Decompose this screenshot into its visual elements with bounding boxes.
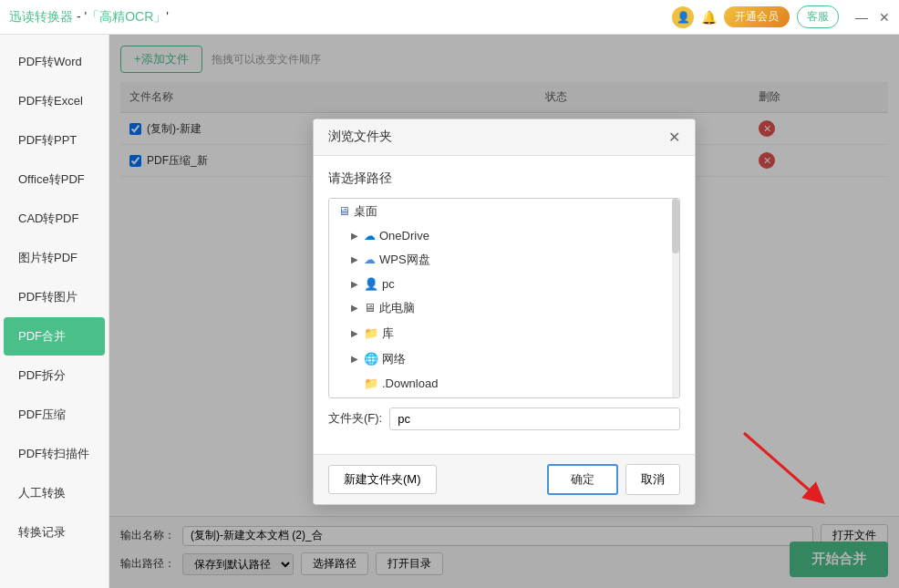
tree-label: 此电脑 bbox=[379, 300, 415, 316]
tree-label: OneDrive bbox=[379, 229, 429, 242]
tree-label: 库 bbox=[382, 325, 394, 342]
modal-title: 浏览文件夹 bbox=[328, 129, 392, 145]
modal-dialog: 浏览文件夹 ✕ 请选择路径 🖥 桌面 ▶ bbox=[313, 119, 696, 505]
sidebar-item-pdf-ppt[interactable]: PDF转PPT bbox=[4, 121, 105, 160]
library-icon: 📁 bbox=[364, 326, 378, 340]
tree-item-desktop[interactable]: 🖥 桌面 bbox=[329, 199, 679, 224]
tree-label: pc bbox=[382, 277, 395, 291]
sidebar-item-pdf-merge[interactable]: PDF合并 bbox=[4, 317, 105, 356]
cancel-button[interactable]: 取消 bbox=[625, 464, 680, 495]
tree-item-network[interactable]: ▶ 🌐 网络 bbox=[329, 346, 679, 372]
scrollbar-track bbox=[672, 199, 679, 397]
minimize-button[interactable]: — bbox=[855, 10, 868, 25]
tree-item-pc[interactable]: ▶ 👤 pc bbox=[329, 273, 679, 295]
red-arrow-indicator bbox=[735, 424, 844, 515]
wps-icon: ☁ bbox=[364, 253, 376, 266]
title-bar: 迅读转换器 - '「高精OCR」' 👤 🔔 开通会员 客服 — ✕ bbox=[0, 0, 899, 35]
arrow-icon: ▶ bbox=[351, 254, 358, 264]
tree-item-library[interactable]: ▶ 📁 库 bbox=[329, 321, 679, 346]
sidebar-item-office-pdf[interactable]: Office转PDF bbox=[4, 160, 105, 199]
tree-label: 网络 bbox=[382, 351, 406, 367]
vip-button[interactable]: 开通会员 bbox=[724, 6, 790, 27]
tree-label: .Download bbox=[382, 377, 438, 390]
folder-input-row: 文件夹(F): bbox=[328, 407, 680, 430]
tree-label: 桌面 bbox=[354, 203, 377, 220]
app-title: 迅读转换器 - '「高精OCR」' bbox=[9, 9, 672, 26]
sidebar: PDF转Word PDF转Excel PDF转PPT Office转PDF CA… bbox=[0, 35, 109, 588]
tree-item-onedrive[interactable]: ▶ ☁ OneDrive bbox=[329, 224, 679, 247]
tree-item-download[interactable]: 📁 .Download bbox=[329, 372, 679, 395]
modal-body: 请选择路径 🖥 桌面 ▶ ☁ OneDrive bbox=[314, 156, 695, 454]
ok-button[interactable]: 确定 bbox=[547, 464, 618, 495]
tree-item-computer[interactable]: ▶ 🖥 此电脑 bbox=[329, 295, 679, 321]
tree-item-wps[interactable]: ▶ ☁ WPS网盘 bbox=[329, 247, 679, 273]
computer-icon: 🖥 bbox=[364, 301, 376, 315]
new-folder-button[interactable]: 新建文件夹(M) bbox=[328, 465, 437, 494]
sidebar-item-cad-pdf[interactable]: CAD转PDF bbox=[4, 200, 105, 238]
onedrive-icon: ☁ bbox=[364, 229, 376, 242]
modal-footer: 新建文件夹(M) 确定 取消 bbox=[314, 454, 695, 504]
sidebar-item-manual[interactable]: 人工转换 bbox=[4, 474, 105, 512]
modal-overlay: 浏览文件夹 ✕ 请选择路径 🖥 桌面 ▶ bbox=[109, 35, 899, 588]
modal-title-bar: 浏览文件夹 ✕ bbox=[314, 119, 695, 156]
close-button[interactable]: ✕ bbox=[879, 10, 890, 25]
main-layout: PDF转Word PDF转Excel PDF转PPT Office转PDF CA… bbox=[0, 35, 899, 588]
network-icon: 🌐 bbox=[364, 352, 378, 366]
svg-line-1 bbox=[744, 433, 817, 497]
service-button[interactable]: 客服 bbox=[797, 5, 839, 28]
content-area: +添加文件 拖拽可以改变文件顺序 文件名称 状态 删除 (复制)-新建 bbox=[109, 35, 899, 588]
pc-icon: 👤 bbox=[364, 277, 378, 291]
arrow-icon: ▶ bbox=[351, 279, 358, 289]
sidebar-item-pdf-image[interactable]: PDF转图片 bbox=[4, 278, 105, 316]
tree-item-360zip[interactable]: ▶ 📁 360zip bbox=[329, 395, 679, 398]
modal-close-button[interactable]: ✕ bbox=[668, 129, 680, 146]
scrollbar-thumb[interactable] bbox=[672, 199, 679, 253]
sidebar-item-pdf-excel[interactable]: PDF转Excel bbox=[4, 82, 105, 120]
folder-tree[interactable]: 🖥 桌面 ▶ ☁ OneDrive ▶ ☁ W bbox=[328, 198, 680, 398]
arrow-icon: ▶ bbox=[351, 354, 358, 364]
sidebar-item-pdf-split[interactable]: PDF拆分 bbox=[4, 356, 105, 395]
modal-subtitle: 请选择路径 bbox=[328, 170, 680, 187]
arrow-icon: ▶ bbox=[351, 231, 358, 241]
bell-icon[interactable]: 🔔 bbox=[701, 10, 717, 25]
download-folder-icon: 📁 bbox=[364, 377, 378, 390]
sidebar-item-image-pdf[interactable]: 图片转PDF bbox=[4, 239, 105, 277]
tree-label: WPS网盘 bbox=[379, 252, 430, 268]
sidebar-item-pdf-word[interactable]: PDF转Word bbox=[4, 43, 105, 81]
window-controls: — ✕ bbox=[855, 10, 890, 25]
sidebar-item-pdf-compress[interactable]: PDF压缩 bbox=[4, 396, 105, 434]
arrow-icon: ▶ bbox=[351, 303, 358, 313]
sidebar-item-history[interactable]: 转换记录 bbox=[4, 513, 105, 552]
avatar: 👤 bbox=[672, 6, 694, 28]
sidebar-item-pdf-scan[interactable]: PDF转扫描件 bbox=[4, 435, 105, 473]
folder-label: 文件夹(F): bbox=[328, 410, 382, 427]
arrow-icon: ▶ bbox=[351, 328, 358, 338]
title-bar-right: 👤 🔔 开通会员 客服 — ✕ bbox=[672, 5, 890, 28]
desktop-icon: 🖥 bbox=[338, 204, 350, 218]
folder-input[interactable] bbox=[389, 407, 680, 430]
